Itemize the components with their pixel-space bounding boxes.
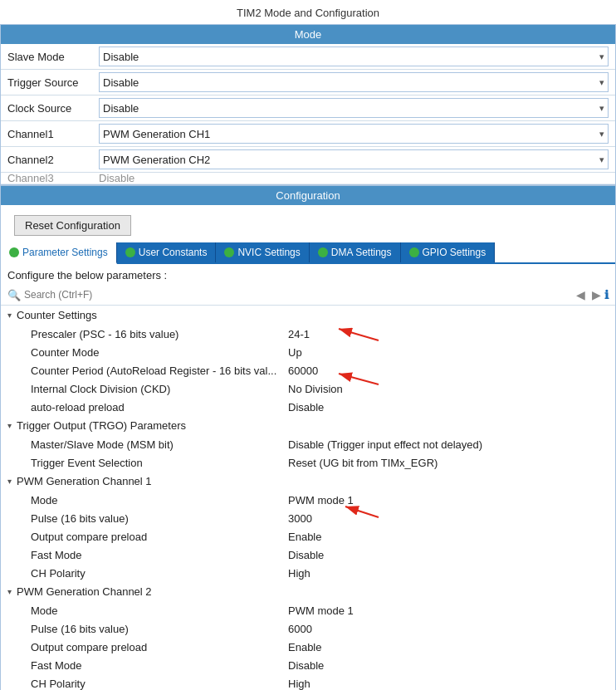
chevron-down-icon: ▾ xyxy=(599,51,604,62)
group-header-pwm2[interactable]: ▾ PWM Generation Channel 2 xyxy=(1,582,615,601)
param-value: Reset (UG bit from TIMx_EGR) xyxy=(288,457,609,469)
param-row-counter-1: Counter Mode Up xyxy=(1,343,615,361)
search-icon: 🔍 xyxy=(7,289,21,301)
mode-row-channel2: Channel2 PWM Generation CH2 ▾ xyxy=(1,147,615,173)
param-name: auto-reload preload xyxy=(31,401,288,414)
tab-icon-user xyxy=(125,247,135,257)
info-icon[interactable]: ℹ xyxy=(604,288,609,301)
param-name: Internal Clock Division (CKD) xyxy=(31,383,288,395)
tab-dma[interactable]: DMA Settings xyxy=(310,242,401,262)
chevron-down-icon: ▾ xyxy=(7,421,12,430)
search-forward-button[interactable]: ▶ xyxy=(589,288,604,301)
param-name: Pulse (16 bits value) xyxy=(31,512,288,525)
param-value: 24-1 xyxy=(288,328,609,340)
mode-select-1[interactable]: Disable ▾ xyxy=(99,72,609,92)
param-value: PWM mode 1 xyxy=(288,604,609,617)
tab-param[interactable]: Parameter Settings xyxy=(1,242,117,264)
param-row-trgo-1: Trigger Event Selection Reset (UG bit fr… xyxy=(1,453,615,472)
mode-label: Channel3 xyxy=(7,173,99,184)
param-row-pwm1-0: Mode PWM mode 1 xyxy=(1,491,615,509)
tab-icon-nvic xyxy=(224,247,234,257)
mode-select-value: PWM Generation CH2 xyxy=(103,154,210,166)
tab-nvic[interactable]: NVIC Settings xyxy=(216,242,309,262)
param-name: Pulse (16 bits value) xyxy=(31,623,288,635)
reset-btn-container: Reset Configuration xyxy=(1,205,615,242)
param-name: CH Polarity xyxy=(31,567,288,580)
param-name: Mode xyxy=(31,604,288,617)
param-row-counter-2: Counter Period (AutoReload Register - 16… xyxy=(1,361,615,379)
tab-label-nvic: NVIC Settings xyxy=(237,247,300,258)
search-row: 🔍 ◀ ▶ ℹ xyxy=(1,285,615,306)
mode-select-3[interactable]: PWM Generation CH1 ▾ xyxy=(99,124,609,144)
mode-row-slave-mode: Slave Mode Disable ▾ xyxy=(1,44,615,70)
param-value: 60000 xyxy=(288,365,609,377)
group-label-trgo: Trigger Output (TRGO) Parameters xyxy=(17,419,186,432)
params-container: ▾ Counter SettingsPrescaler (PSC - 16 bi… xyxy=(1,306,615,690)
configure-hint: Configure the below parameters : xyxy=(1,264,615,285)
param-name: Mode xyxy=(31,494,288,506)
group-label-pwm1: PWM Generation Channel 1 xyxy=(17,475,152,487)
param-name: Output compare preload xyxy=(31,531,288,543)
chevron-down-icon: ▾ xyxy=(599,103,604,114)
mode-label: Slave Mode xyxy=(7,51,99,63)
mode-row-trigger-source: Trigger Source Disable ▾ xyxy=(1,70,615,95)
mode-header: Mode xyxy=(1,25,615,44)
search-back-button[interactable]: ◀ xyxy=(573,288,589,301)
param-value: Disable xyxy=(288,549,609,561)
chevron-down-icon: ▾ xyxy=(7,311,12,320)
tab-icon-dma xyxy=(318,247,328,257)
chevron-down-icon: ▾ xyxy=(599,154,604,165)
param-row-counter-0: Prescaler (PSC - 16 bits value) 24-1 xyxy=(1,325,615,343)
mode-select-2[interactable]: Disable ▾ xyxy=(99,98,609,118)
param-value: High xyxy=(288,567,609,580)
mode-section: Mode Slave Mode Disable ▾ Trigger Source… xyxy=(0,24,616,185)
param-row-pwm1-1: Pulse (16 bits value) 3000 xyxy=(1,509,615,527)
group-header-pwm1[interactable]: ▾ PWM Generation Channel 1 xyxy=(1,472,615,491)
param-name: Counter Period (AutoReload Register - 16… xyxy=(31,365,288,377)
tabs-row: Parameter Settings User Constants NVIC S… xyxy=(1,242,615,264)
mode-row-clock-source: Clock Source Disable ▾ xyxy=(1,95,615,121)
config-section: Configuration Reset Configuration Parame… xyxy=(0,185,616,690)
group-header-trgo[interactable]: ▾ Trigger Output (TRGO) Parameters xyxy=(1,416,615,435)
mode-rows: Slave Mode Disable ▾ Trigger Source Disa… xyxy=(1,44,615,184)
tab-gpio[interactable]: GPIO Settings xyxy=(401,242,496,262)
param-value: 6000 xyxy=(288,623,609,635)
mode-value: Disable xyxy=(99,173,134,184)
group-header-counter[interactable]: ▾ Counter Settings xyxy=(1,306,615,325)
param-name: Output compare preload xyxy=(31,641,288,653)
param-value: Up xyxy=(288,346,609,359)
param-value: Disable (Trigger input effect not delaye… xyxy=(288,438,609,451)
mode-select-value: Disable xyxy=(103,76,139,89)
param-name: Counter Mode xyxy=(31,346,288,359)
param-name: Trigger Event Selection xyxy=(31,457,288,469)
param-row-pwm2-0: Mode PWM mode 1 xyxy=(1,601,615,619)
param-row-counter-4: auto-reload preload Disable xyxy=(1,398,615,416)
mode-select-value: PWM Generation CH1 xyxy=(103,128,210,140)
param-name: Master/Slave Mode (MSM bit) xyxy=(31,438,288,451)
group-label-pwm2: PWM Generation Channel 2 xyxy=(17,585,152,598)
param-value: PWM mode 1 xyxy=(288,494,609,506)
tab-icon-param xyxy=(9,247,19,257)
reset-configuration-button[interactable]: Reset Configuration xyxy=(14,215,131,236)
param-value: Enable xyxy=(288,641,609,653)
mode-label: Channel2 xyxy=(7,154,99,166)
param-row-pwm1-3: Fast Mode Disable xyxy=(1,546,615,564)
mode-select-0[interactable]: Disable ▾ xyxy=(99,46,609,66)
mode-label: Trigger Source xyxy=(7,76,99,89)
mode-label: Channel1 xyxy=(7,128,99,140)
tab-user[interactable]: User Constants xyxy=(117,242,217,262)
mode-select-value: Disable xyxy=(103,51,139,63)
param-row-counter-3: Internal Clock Division (CKD) No Divisio… xyxy=(1,379,615,398)
param-name: CH Polarity xyxy=(31,678,288,690)
params-area: ▾ Counter SettingsPrescaler (PSC - 16 bi… xyxy=(1,306,615,690)
param-value: No Division xyxy=(288,383,609,395)
chevron-down-icon: ▾ xyxy=(599,77,604,88)
mode-select-4[interactable]: PWM Generation CH2 ▾ xyxy=(99,149,609,169)
param-name: Fast Mode xyxy=(31,549,288,561)
tab-icon-gpio xyxy=(409,247,419,257)
param-row-pwm2-2: Output compare preload Enable xyxy=(1,638,615,656)
chevron-down-icon: ▾ xyxy=(7,477,12,486)
search-input[interactable] xyxy=(24,289,573,301)
param-row-pwm1-4: CH Polarity High xyxy=(1,564,615,582)
mode-select-value: Disable xyxy=(103,102,139,115)
